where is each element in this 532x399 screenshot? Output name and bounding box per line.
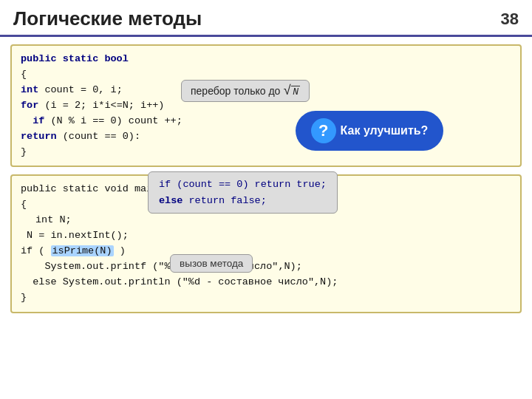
header: Логические методы 38 [0, 0, 532, 37]
sqrt-symbol: √N [283, 84, 300, 98]
page: Логические методы 38 public static bool … [0, 0, 532, 399]
cb2-line-3: int N; [21, 213, 511, 228]
cb2-line-5: if ( isPrime(N) ) [21, 244, 511, 259]
question-mark-icon: ? [311, 118, 336, 143]
code-block-1: public static bool { int count = 0, i; f… [10, 44, 522, 167]
slide-number: 38 [501, 10, 519, 29]
code-line-7: } [21, 145, 511, 160]
tooltip-return-line1: if (count == 0) return true; [159, 177, 327, 193]
question-bubble: ? Как улучшить? [296, 111, 443, 151]
tooltip-return-line2: else return false; [159, 193, 327, 209]
tooltip-sqrt: перебор только до √N [181, 80, 310, 102]
question-label: Как улучшить? [341, 124, 429, 137]
code-line-1: public static bool [21, 52, 511, 67]
page-title: Логические методы [13, 7, 202, 30]
cb2-line-6: System.out.printf ("%d - простое число",… [21, 259, 511, 275]
cb2-line-4: N = in.nextInt(); [21, 228, 511, 244]
tooltip-sqrt-text: перебор только до [191, 85, 280, 97]
main-content: public static bool { int count = 0, i; f… [0, 37, 532, 321]
tooltip-method-call: вызов метода [170, 254, 253, 273]
tooltip-return: if (count == 0) return true; else return… [148, 171, 338, 214]
cb2-line-8: } [21, 290, 511, 306]
tooltip-return-else-kw: else [159, 195, 183, 206]
tooltip-call-text: вызов метода [180, 258, 243, 269]
tooltip-return-else-rest: return false; [183, 195, 266, 206]
cb2-line-7: else System.out.println ("%d - составное… [21, 275, 511, 290]
ispr-call: isPrime(N) [51, 245, 114, 256]
